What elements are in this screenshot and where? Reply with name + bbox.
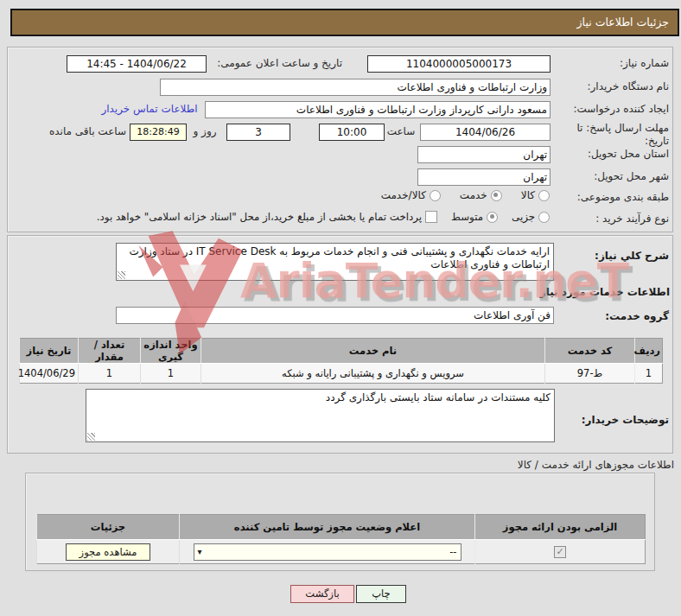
city-label: شهر محل تحویل:: [551, 170, 669, 182]
col-license-status: اعلام وضعیت مجوز توسط تامین کننده: [180, 515, 475, 540]
need-description-text: ارایه خدمات نگهداری و پشتیبانی فنی و انج…: [130, 245, 550, 270]
view-license-button[interactable]: مشاهده مجوز: [66, 543, 150, 561]
need-details-page: جزئیات اطلاعات نیاز شماره نیاز: 11040000…: [0, 0, 681, 616]
resize-handle-icon: [87, 433, 95, 441]
services-section-heading: اطلاعات خدمات مورد نیاز: [527, 286, 670, 298]
cell-service-name: سرویس و نگهداری و پشتیبانی رایانه و شبکه: [201, 364, 545, 384]
service-group-label: گروه خدمت:: [557, 310, 669, 322]
radio-goods-icon[interactable]: [538, 190, 550, 201]
radio-minor-label: جزیی: [512, 211, 535, 223]
resize-handle-icon: [118, 271, 125, 279]
creator-field[interactable]: مسعود دارانی کارپرداز وزارت ارتباطات و ف…: [205, 101, 551, 118]
services-table: ردیف کد خدمت نام خدمت واحد اندازه گیری ت…: [19, 338, 663, 384]
time-left-field: 18:28:49: [130, 124, 187, 141]
radio-goods-service[interactable]: کالا/خدمت: [381, 189, 441, 201]
radio-medium[interactable]: متوسط: [451, 211, 498, 223]
page-title-bar: جزئیات اطلاعات نیاز: [10, 9, 679, 36]
col-need-date: تاریخ نیاز: [20, 339, 79, 364]
classification-label: طبقه بندی موضوعی:: [551, 191, 669, 203]
deadline-label-line2: تاریخ:: [551, 135, 669, 147]
process-type-options: جزیی متوسط پرداخت تمام یا بخشی از مبلغ خ…: [105, 211, 550, 223]
need-number-label: شماره نیاز:: [551, 57, 669, 69]
radio-medium-icon[interactable]: [487, 212, 498, 223]
col-license-required: الزامی بودن ارائه مجوز: [475, 515, 646, 540]
days-label: روز و: [187, 125, 223, 137]
radio-goods-service-label: کالا/خدمت: [381, 189, 426, 201]
radio-goods-label: کالا: [521, 189, 535, 201]
license-status-select[interactable]: -- ▾: [194, 543, 461, 561]
license-table: الزامی بودن ارائه مجوز اعلام وضعیت مجوز …: [36, 514, 646, 564]
cell-unit: 1: [141, 364, 201, 384]
license-table-header-row: الزامی بودن ارائه مجوز اعلام وضعیت مجوز …: [37, 515, 646, 540]
services-table-header-row: ردیف کد خدمت نام خدمت واحد اندازه گیری ت…: [20, 339, 663, 364]
buyer-org-field[interactable]: وزارت ارتباطات و فناوری اطلاعات: [160, 79, 551, 96]
radio-medium-label: متوسط: [451, 211, 483, 223]
print-button[interactable]: چاپ: [356, 585, 406, 603]
deadline-date-field[interactable]: 1404/06/26: [420, 124, 551, 141]
page-title: جزئیات اطلاعات نیاز: [577, 16, 669, 29]
radio-goods[interactable]: کالا: [521, 189, 550, 201]
treasury-option[interactable]: پرداخت تمام یا بخشی از مبلغ خرید،از محل …: [97, 211, 437, 223]
service-group-field[interactable]: فن آوری اطلاعات: [116, 307, 554, 324]
days-left-field[interactable]: 3: [226, 124, 290, 141]
announce-datetime-field[interactable]: 1404/06/22 - 14:45: [67, 55, 207, 73]
need-description-textarea[interactable]: ارایه خدمات نگهداری و پشتیبانی فنی و انج…: [116, 243, 554, 281]
col-unit: واحد اندازه گیری: [141, 339, 201, 364]
table-row: 1 ط-97 سرویس و نگهداری و پشتیبانی رایانه…: [20, 364, 663, 384]
col-service-code: کد خدمت: [545, 339, 635, 364]
cell-need-date: 1404/06/29: [20, 364, 79, 384]
buyer-contact-link[interactable]: اطلاعات تماس خریدار: [97, 103, 202, 115]
buyer-notes-textarea[interactable]: کلیه مستندات در سامانه ستاد بایستی بارگذ…: [86, 389, 555, 442]
announce-datetime-label: تاریخ و ساعت اعلان عمومی:: [207, 57, 342, 69]
license-status-value: --: [202, 544, 457, 560]
cell-row-index: 1: [635, 364, 663, 384]
col-row-index: ردیف: [635, 339, 663, 364]
creator-label: ایجاد کننده درخواست:: [551, 103, 669, 115]
radio-goods-service-icon[interactable]: [430, 190, 441, 201]
col-details: جزئیات: [37, 515, 180, 540]
process-type-label: نوع فرآیند خرید :: [551, 213, 669, 225]
chevron-down-icon: ▾: [198, 544, 202, 560]
radio-service-label: خدمت: [460, 189, 487, 201]
province-label: استان محل تحویل:: [551, 148, 669, 160]
classification-options: کالا خدمت کالا/خدمت: [335, 189, 550, 201]
buyer-org-label: نام دستگاه خریدار:: [551, 80, 669, 92]
need-number-field[interactable]: 1104000005000173: [367, 55, 551, 73]
col-service-name: نام خدمت: [201, 339, 545, 364]
license-section-heading: اطلاعات مجوزهای ارائه خدمت / کالا: [508, 459, 674, 471]
time-left-label: ساعت باقی مانده: [12, 125, 126, 137]
cell-quantity: 1: [79, 364, 141, 384]
radio-minor-icon[interactable]: [538, 212, 550, 223]
back-button[interactable]: بازگشت: [290, 585, 354, 603]
need-description-label: شرح کلي نیاز:: [555, 250, 669, 262]
license-required-checkbox[interactable]: ✓: [554, 546, 566, 558]
treasury-checkbox-label: پرداخت تمام یا بخشی از مبلغ خرید،از محل …: [97, 211, 422, 223]
treasury-checkbox[interactable]: [425, 211, 437, 223]
deadline-time-field[interactable]: 10:00: [319, 124, 385, 141]
hour-label: ساعت: [385, 125, 417, 137]
license-table-row: ✓ -- ▾ مشاهده مجوز: [37, 540, 646, 564]
buyer-notes-label: توضیحات خریدار:: [558, 414, 669, 426]
city-field[interactable]: تهران: [417, 168, 551, 186]
radio-service-icon[interactable]: [491, 190, 502, 201]
buyer-notes-text: کلیه مستندات در سامانه ستاد بایستی بارگذ…: [326, 391, 551, 403]
radio-service[interactable]: خدمت: [460, 189, 502, 201]
radio-minor[interactable]: جزیی: [512, 211, 550, 223]
province-field[interactable]: تهران: [417, 146, 551, 163]
deadline-label-line1: مهلت ارسال پاسخ: تا: [551, 122, 669, 134]
cell-service-code: ط-97: [545, 364, 635, 384]
col-quantity: تعداد / مقدار: [79, 339, 141, 364]
